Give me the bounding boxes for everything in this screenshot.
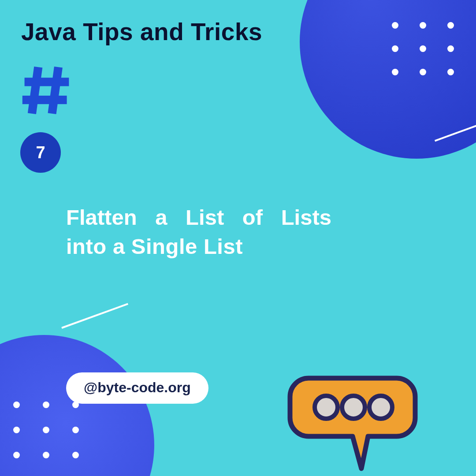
headline: Flatten a List of Lists into a Single Li… <box>66 203 419 261</box>
tip-number-badge: 7 <box>20 132 61 173</box>
dot-grid-bottom-left <box>13 402 79 458</box>
tip-number: 7 <box>36 143 45 162</box>
handle-text: @byte-code.org <box>84 379 191 395</box>
handle-pill: @byte-code.org <box>66 372 208 404</box>
headline-line-1: Flatten a List of Lists <box>66 203 419 232</box>
decorative-line <box>61 303 128 328</box>
svg-point-5 <box>342 396 365 419</box>
svg-line-1 <box>52 67 58 114</box>
page-title: Java Tips and Tricks <box>21 18 262 46</box>
dot-grid-top-right <box>392 22 454 75</box>
svg-point-6 <box>369 396 392 419</box>
hash-icon <box>20 64 73 119</box>
headline-line-2: into a Single List <box>66 232 419 261</box>
svg-point-4 <box>315 396 338 419</box>
speech-bubble-icon <box>286 369 419 476</box>
svg-line-0 <box>32 67 38 114</box>
